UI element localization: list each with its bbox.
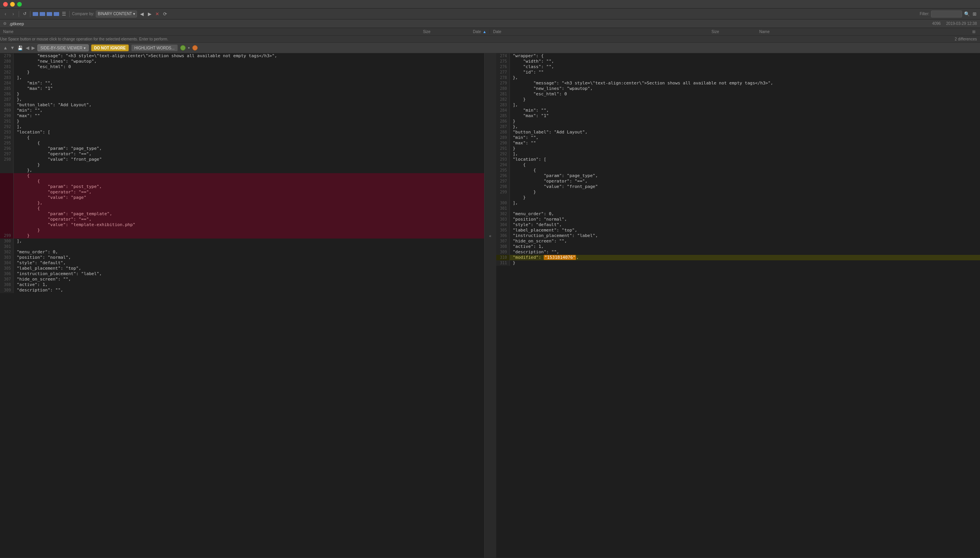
do-not-ignore-button[interactable]: DO NOT IGNORE bbox=[91, 44, 129, 51]
right-name-header: Name bbox=[719, 30, 770, 34]
left-line-content-42: "active": 1, bbox=[14, 282, 484, 288]
close-button[interactable] bbox=[3, 2, 8, 7]
left-line-30: "operator": "==", bbox=[0, 217, 484, 222]
left-line-content-11: "max": "" bbox=[14, 113, 484, 119]
file-name: .gitkeep bbox=[9, 21, 24, 26]
left-line-11: 290"max": "" bbox=[0, 113, 484, 119]
left-line-39: 305"label_placement": "top", bbox=[0, 266, 484, 271]
nav-back-button[interactable]: ‹ bbox=[2, 11, 9, 17]
left-line-content-12: } bbox=[14, 119, 484, 124]
left-line-5: 284 "min": "", bbox=[0, 81, 484, 86]
diff-container: 279 "message": "<h3 style=\"text-align:c… bbox=[0, 53, 980, 558]
left-line-content-23: { bbox=[14, 179, 484, 184]
left-line-num-33: 299 bbox=[0, 233, 14, 239]
refresh-icon-2[interactable]: ⟳ bbox=[162, 11, 168, 17]
right-line-1: 275 "width": "", bbox=[496, 59, 980, 64]
grid-icon-3[interactable] bbox=[47, 12, 52, 16]
left-line-num-39: 305 bbox=[0, 266, 14, 271]
compare-by-value: BINARY CONTENT bbox=[98, 12, 132, 16]
refresh-icon[interactable]: ↺ bbox=[21, 11, 28, 17]
left-line-content-36: "menu_order": 0, bbox=[14, 249, 484, 255]
left-line-content-17: "param": "page_type", bbox=[14, 146, 484, 151]
close-tab-icon[interactable]: ✕ bbox=[154, 11, 160, 17]
right-line-num-16: 290 bbox=[496, 140, 510, 146]
left-arrow-icon[interactable]: ◀ bbox=[139, 11, 145, 17]
left-line-10: 289"min": "", bbox=[0, 108, 484, 113]
nav-down-icon[interactable]: ▼ bbox=[10, 45, 15, 51]
right-line-31: 304"style": "default", bbox=[496, 222, 980, 228]
left-line-num-31 bbox=[0, 222, 14, 228]
right-line-10: 284 "min": "", bbox=[496, 108, 980, 113]
right-line-5: 279 "message": "<h3 style=\"text-align:c… bbox=[496, 81, 980, 86]
left-line-num-22 bbox=[0, 173, 14, 179]
right-arrow-icon[interactable]: ▶ bbox=[146, 11, 153, 17]
left-line-6: 285 "max": "1" bbox=[0, 86, 484, 91]
right-line-content-4: }, bbox=[510, 75, 980, 81]
left-line-num-24 bbox=[0, 184, 14, 190]
left-line-content-35 bbox=[14, 244, 484, 249]
gutter-line-38 bbox=[485, 260, 496, 266]
highlight-span: "1531814076" bbox=[544, 255, 576, 260]
left-line-content-9: "button_label": "Add Layout", bbox=[14, 102, 484, 108]
columns-toggle-icon[interactable]: ⊞ bbox=[972, 30, 975, 34]
list-icon[interactable]: ☰ bbox=[61, 11, 67, 17]
right-line-16: 290"max": "" bbox=[496, 140, 980, 146]
right-diff-panel[interactable]: 274"wrapper": {275 "width": "",276 "clas… bbox=[496, 53, 980, 558]
gutter-line-14 bbox=[485, 130, 496, 135]
grid-icon-1[interactable] bbox=[33, 12, 38, 16]
green-circle-button[interactable] bbox=[180, 45, 186, 51]
gutter-line-11 bbox=[485, 113, 496, 119]
columns-icon[interactable]: ⊞ bbox=[971, 11, 978, 17]
grid-icon-4[interactable] bbox=[54, 12, 59, 16]
right-line-content-19: "location": [ bbox=[510, 157, 980, 162]
nav-left-icon[interactable]: ◀ bbox=[26, 45, 29, 51]
gutter-line-2 bbox=[485, 64, 496, 70]
sort-indicator: ▲ bbox=[483, 30, 486, 34]
right-line-num-0: 274 bbox=[496, 53, 510, 59]
left-line-num-20 bbox=[0, 162, 14, 168]
right-line-36: 309"description": "", bbox=[496, 249, 980, 255]
right-line-num-28: 301 bbox=[496, 206, 510, 211]
file-date: 2019-03-29 12:38 bbox=[946, 21, 977, 26]
nav-up-icon[interactable]: ▲ bbox=[3, 45, 8, 51]
file-size: 4096 bbox=[932, 21, 941, 26]
nav-right-icon[interactable]: ▶ bbox=[32, 45, 35, 51]
right-line-num-32: 305 bbox=[496, 228, 510, 233]
left-line-20: } bbox=[0, 162, 484, 168]
right-line-content-27: ], bbox=[510, 200, 980, 206]
gutter-line-42 bbox=[485, 282, 496, 288]
right-line-num-24: 298 bbox=[496, 184, 510, 190]
left-line-num-18: 297 bbox=[0, 151, 14, 157]
left-line-34: 300], bbox=[0, 239, 484, 244]
right-line-num-11: 285 bbox=[496, 113, 510, 119]
gutter-line-10 bbox=[485, 108, 496, 113]
gutter-line-32 bbox=[485, 228, 496, 233]
orange-circle-button[interactable] bbox=[192, 45, 198, 51]
right-line-26: } bbox=[496, 195, 980, 200]
highlight-words-button[interactable]: HIGHLIGHT WORDS... bbox=[131, 44, 178, 51]
gutter-line-21 bbox=[485, 168, 496, 173]
right-line-25: 299 } bbox=[496, 190, 980, 195]
search-icon[interactable]: 🔍 bbox=[964, 11, 970, 17]
minimize-button[interactable] bbox=[10, 2, 15, 7]
grid-icon-2[interactable] bbox=[40, 12, 45, 16]
save-icon[interactable]: 💾 bbox=[17, 45, 23, 51]
right-line-num-7: 281 bbox=[496, 91, 510, 97]
filter-input[interactable] bbox=[931, 11, 962, 18]
left-line-content-10: "min": "", bbox=[14, 108, 484, 113]
left-line-18: 297 "operator": "==", bbox=[0, 151, 484, 157]
right-line-7: 281 "esc_html": 0 bbox=[496, 91, 980, 97]
left-diff-panel[interactable]: 279 "message": "<h3 style=\"text-align:c… bbox=[0, 53, 485, 558]
left-line-42: 308"active": 1, bbox=[0, 282, 484, 288]
maximize-button[interactable] bbox=[17, 2, 22, 7]
gutter-line-18 bbox=[485, 151, 496, 157]
side-by-side-button[interactable]: SIDE-BY-SIDE VIEWER ▾ bbox=[37, 44, 89, 51]
left-line-29: "param": "page_template", bbox=[0, 211, 484, 217]
right-line-content-5: "message": "<h3 style=\"text-align:cente… bbox=[510, 81, 980, 86]
compare-by-dropdown[interactable]: BINARY CONTENT ▾ bbox=[96, 11, 137, 18]
right-size-header: Size bbox=[696, 30, 719, 34]
gutter-line-16 bbox=[485, 140, 496, 146]
gutter-line-36 bbox=[485, 249, 496, 255]
nav-forward-button[interactable]: › bbox=[10, 11, 16, 17]
left-line-32: } bbox=[0, 228, 484, 233]
